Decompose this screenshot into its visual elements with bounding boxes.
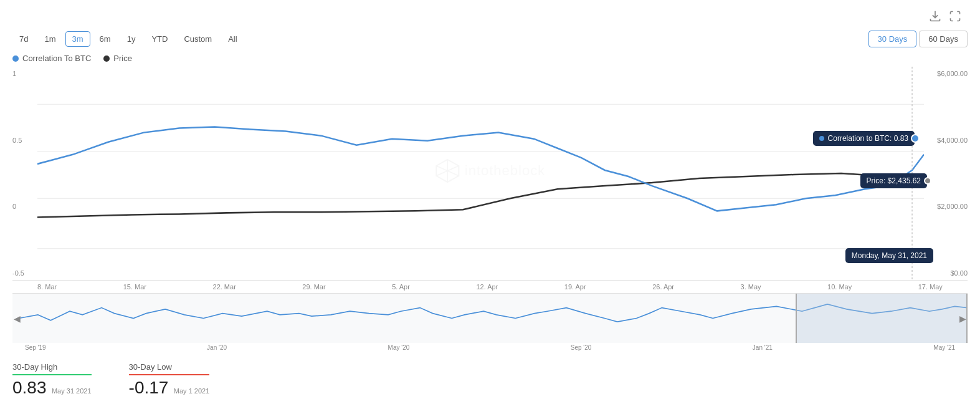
filter-6m[interactable]: 6m bbox=[93, 31, 118, 47]
mini-x-axis: Sep '19 Jan '20 May '20 Sep '20 Jan '21 … bbox=[12, 343, 968, 352]
y-right-6000: $6,000.00 bbox=[924, 70, 968, 77]
tooltip-corr-text: Correlation to BTC: 0.83 bbox=[828, 134, 908, 143]
download-button[interactable] bbox=[929, 10, 941, 26]
price-line bbox=[37, 173, 924, 217]
y-label-1: 1 bbox=[12, 70, 37, 77]
tooltip-dot-corr bbox=[819, 136, 824, 141]
filter-60days[interactable]: 60 Days bbox=[919, 31, 968, 47]
stat-low-underline bbox=[129, 374, 210, 375]
filter-ytd[interactable]: YTD bbox=[145, 31, 174, 47]
x-label-0: 8. Mar bbox=[37, 283, 57, 291]
time-filters: 7d 1m 3m 6m 1y YTD Custom All bbox=[12, 31, 244, 47]
mini-x-5: May '21 bbox=[933, 344, 955, 351]
main-chart: 1 0.5 0 -0.5 $6,000.00 $4,000.00 $2,000.… bbox=[12, 67, 968, 281]
day-filters: 30 Days 60 Days bbox=[868, 31, 968, 47]
stat-high-date: May 31 2021 bbox=[52, 387, 92, 395]
stat-high-value: 0.83 bbox=[12, 378, 47, 397]
stat-high-block: 30-Day High 0.83 May 31 2021 bbox=[12, 362, 92, 398]
y-axis-left: 1 0.5 0 -0.5 bbox=[12, 67, 37, 280]
x-label-2: 22. Mar bbox=[213, 283, 236, 291]
mini-x-3: Sep '20 bbox=[571, 344, 592, 351]
tooltip-price-text: Price: $2,435.62 bbox=[867, 176, 921, 185]
x-label-7: 26. Apr bbox=[652, 283, 674, 291]
legend-price: Price bbox=[103, 54, 132, 63]
filter-1m[interactable]: 1m bbox=[37, 31, 62, 47]
x-label-3: 29. Mar bbox=[302, 283, 325, 291]
x-label-4: 5. Apr bbox=[392, 283, 410, 291]
x-label-8: 3. May bbox=[741, 283, 761, 291]
x-label-10: 17. May bbox=[918, 283, 943, 291]
mini-x-2: May '20 bbox=[388, 344, 410, 351]
filter-all[interactable]: All bbox=[221, 31, 244, 47]
filter-row: 7d 1m 3m 6m 1y YTD Custom All 30 Days 60… bbox=[12, 31, 968, 47]
scroll-left-button[interactable]: ◀ bbox=[14, 314, 21, 324]
resize-button[interactable] bbox=[949, 10, 961, 26]
filter-7d[interactable]: 7d bbox=[12, 31, 35, 47]
x-label-6: 19. Apr bbox=[564, 283, 586, 291]
legend: Correlation To BTC Price bbox=[12, 54, 968, 63]
tooltip-correlation: Correlation to BTC: 0.83 bbox=[813, 131, 915, 146]
stat-low-label: 30-Day Low bbox=[129, 362, 210, 372]
mini-x-4: Jan '21 bbox=[753, 344, 773, 351]
mini-chart[interactable]: ◀ ▶ bbox=[12, 293, 968, 343]
range-overlay[interactable] bbox=[796, 294, 968, 343]
stat-low-date: May 1 2021 bbox=[174, 387, 209, 395]
x-axis: 8. Mar 15. Mar 22. Mar 29. Mar 5. Apr 12… bbox=[12, 281, 968, 293]
tooltip-date-text: Monday, May 31, 2021 bbox=[852, 251, 927, 260]
legend-dot-price bbox=[103, 55, 110, 62]
chart-wrapper: 1 0.5 0 -0.5 $6,000.00 $4,000.00 $2,000.… bbox=[12, 67, 968, 352]
main-container: 7d 1m 3m 6m 1y YTD Custom All 30 Days 60… bbox=[0, 0, 980, 409]
y-right-4000: $4,000.00 bbox=[924, 137, 968, 144]
top-icons bbox=[929, 10, 968, 26]
filter-1y[interactable]: 1y bbox=[120, 31, 143, 47]
filter-custom[interactable]: Custom bbox=[177, 31, 219, 47]
y-label-05: 0.5 bbox=[12, 137, 37, 144]
legend-correlation-label: Correlation To BTC bbox=[22, 54, 91, 63]
x-label-5: 12. Apr bbox=[476, 283, 498, 291]
mini-x-1: Jan '20 bbox=[207, 344, 227, 351]
legend-price-label: Price bbox=[113, 54, 132, 63]
top-bar bbox=[12, 6, 968, 31]
stat-low-block: 30-Day Low -0.17 May 1 2021 bbox=[129, 362, 210, 398]
filter-3m[interactable]: 3m bbox=[65, 31, 90, 47]
y-label-neg05: -0.5 bbox=[12, 269, 37, 277]
y-right-0: $0.00 bbox=[924, 269, 968, 277]
mini-x-0: Sep '19 bbox=[25, 344, 46, 351]
tooltip-date: Monday, May 31, 2021 bbox=[845, 248, 933, 263]
y-right-2000: $2,000.00 bbox=[924, 203, 968, 210]
x-label-9: 10. May bbox=[827, 283, 852, 291]
scroll-right-button[interactable]: ▶ bbox=[959, 314, 966, 324]
stats-row: 30-Day High 0.83 May 31 2021 30-Day Low … bbox=[12, 352, 968, 403]
legend-correlation: Correlation To BTC bbox=[12, 54, 91, 63]
stat-low-value: -0.17 bbox=[129, 378, 169, 397]
x-label-1: 15. Mar bbox=[123, 283, 146, 291]
stat-high-underline bbox=[12, 374, 92, 375]
legend-dot-correlation bbox=[12, 55, 19, 62]
stat-high-label: 30-Day High bbox=[12, 362, 92, 372]
main-chart-svg bbox=[37, 67, 924, 280]
y-label-0: 0 bbox=[12, 203, 37, 210]
tooltip-price: Price: $2,435.62 bbox=[860, 173, 927, 188]
filter-30days[interactable]: 30 Days bbox=[868, 31, 917, 47]
